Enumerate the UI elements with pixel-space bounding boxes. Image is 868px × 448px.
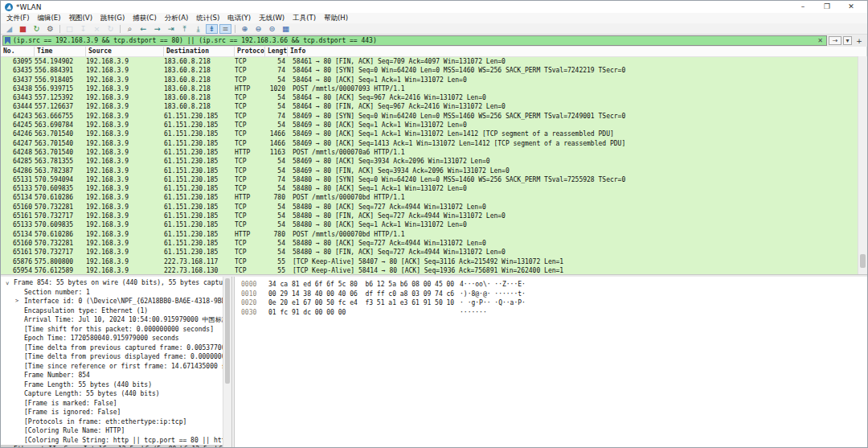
packet-row[interactable]: 65133570.609835192.168.3.961.151.230.185…	[1, 184, 867, 193]
detail-line[interactable]: [Time shift for this packet: 0.000000000…	[1, 325, 223, 335]
menu-help[interactable]: 帮助(H)	[320, 13, 352, 23]
packet-row[interactable]: 63435556.884391192.168.3.9183.60.8.218TC…	[1, 66, 867, 75]
expander-icon[interactable]: >	[2, 282, 12, 285]
detail-line[interactable]: [Protocols in frame: eth:ethertype:ip:tc…	[1, 417, 223, 427]
close-file-icon[interactable]: ×	[91, 24, 103, 34]
menu-analyze[interactable]: 分析(A)	[161, 13, 192, 23]
detail-line[interactable]: Frame Length: 55 bytes (440 bits)	[1, 380, 223, 390]
zoom-out-icon[interactable]: ⊖	[252, 24, 264, 34]
packet-row[interactable]: 63095554.194902192.168.3.9183.60.8.218TC…	[1, 57, 867, 66]
packet-row[interactable]: 65876575.800800192.168.3.9222.73.168.117…	[1, 257, 867, 266]
packet-row[interactable]: 65133570.609835192.168.3.961.151.230.185…	[1, 220, 867, 229]
menu-file[interactable]: 文件(F)	[2, 13, 34, 23]
packet-row[interactable]: 64246563.701540192.168.3.961.151.230.185…	[1, 129, 867, 138]
detail-line[interactable]: [Coloring Rule Name: HTTP]	[1, 426, 223, 436]
detail-line[interactable]: [Frame is ignored: False]	[1, 408, 223, 417]
column-header-time[interactable]: Time	[35, 47, 86, 56]
expander-icon[interactable]: >	[5, 445, 8, 447]
column-header-src[interactable]: Source	[86, 47, 164, 56]
packet-row[interactable]: 65134570.610286192.168.3.961.151.230.185…	[1, 230, 867, 239]
packet-row[interactable]: 63443557.125392192.168.3.9183.60.8.218TC…	[1, 93, 867, 102]
menu-view[interactable]: 视图(V)	[65, 13, 96, 23]
details-scrollbar-thumb[interactable]	[225, 278, 230, 384]
filter-add-button[interactable]: +	[854, 37, 865, 45]
column-header-proto[interactable]: Protocol	[235, 47, 265, 56]
hex-row[interactable]: 001000 29 14 38 40 00 40 06 df ff c0 a8 …	[241, 290, 867, 299]
column-header-len[interactable]: Length	[265, 47, 288, 56]
display-filter-input[interactable]: (ip.src == 192.168.3.9 && tcp.dstport ==…	[2, 35, 827, 46]
packet-row[interactable]: 64243563.666755192.168.3.961.151.230.185…	[1, 112, 867, 121]
packet-row[interactable]: 65134570.610286192.168.3.961.151.230.185…	[1, 193, 867, 202]
filter-clear-icon[interactable]: ✕	[816, 37, 825, 44]
menu-statistics[interactable]: 统计(S)	[192, 13, 223, 23]
packet-row[interactable]: 65131570.594094192.168.3.961.151.230.185…	[1, 175, 867, 184]
hex-row[interactable]: 00200e 20 e1 67 00 50 fc e4 f3 51 a1 e3 …	[241, 298, 867, 308]
reload-file-icon[interactable]: ↻	[104, 24, 117, 34]
start-capture-icon[interactable]: ◢	[3, 24, 15, 34]
menu-telephony[interactable]: 电话(Y)	[223, 13, 255, 23]
detail-line[interactable]: [Coloring Rule String: http || tcp.port …	[1, 436, 223, 446]
restart-capture-icon[interactable]: ↻	[31, 24, 43, 34]
packet-row[interactable]: 64248563.701540192.168.3.961.151.230.185…	[1, 148, 867, 157]
packet-row[interactable]: 65160570.732281192.168.3.961.151.230.185…	[1, 239, 867, 248]
maximize-button[interactable]: ❐	[815, 1, 839, 13]
go-back-icon[interactable]: ←	[137, 24, 149, 34]
resize-columns-icon[interactable]: ▦	[280, 24, 292, 34]
menu-go[interactable]: 跳转(G)	[96, 13, 129, 23]
minimize-button[interactable]: –	[791, 1, 815, 13]
packet-row[interactable]: 65160570.732281192.168.3.961.151.230.185…	[1, 203, 867, 212]
stop-capture-icon[interactable]: ■	[17, 24, 29, 34]
detail-line[interactable]: Capture Length: 55 bytes (440 bits)	[1, 389, 223, 399]
detail-line[interactable]: >Ethernet II, Src: IntelCor_12:5a:b6 (5c…	[1, 445, 223, 447]
detail-line[interactable]: [Time delta from previous captured frame…	[1, 343, 223, 353]
hex-row[interactable]: 000034 ca 81 ed 6f 6f 5c 80 b6 12 5a b6 …	[241, 280, 867, 290]
menu-wireless[interactable]: 无线(W)	[255, 13, 289, 23]
packet-row[interactable]: 65954576.612589192.168.3.9222.73.168.130…	[1, 266, 867, 274]
packet-list-scrollbar[interactable]	[858, 56, 867, 274]
open-file-icon[interactable]: □	[63, 24, 76, 34]
expander-icon[interactable]: >	[15, 297, 18, 306]
filter-bookmark-icon[interactable]	[5, 37, 10, 44]
packet-row[interactable]: 63444557.126637192.168.3.9183.60.8.218TC…	[1, 102, 867, 111]
go-to-packet-icon[interactable]: ⇥	[165, 24, 177, 34]
detail-line[interactable]: Epoch Time: 1720580040.915979000 seconds	[1, 334, 223, 343]
detail-line[interactable]: Section number: 1	[1, 288, 223, 298]
column-header-no[interactable]: No.	[1, 47, 35, 56]
menu-edit[interactable]: 编辑(E)	[34, 13, 65, 23]
packet-row[interactable]: 64286563.782387192.168.3.961.151.230.185…	[1, 166, 867, 175]
details-scrollbar[interactable]	[223, 277, 231, 447]
zoom-in-icon[interactable]: ⊕	[239, 24, 251, 34]
capture-options-icon[interactable]: ⚙	[44, 24, 56, 34]
packet-row[interactable]: 65161570.732717192.168.3.961.151.230.185…	[1, 248, 867, 257]
packet-row[interactable]: 64247563.701540192.168.3.961.151.230.185…	[1, 139, 867, 148]
detail-line[interactable]: [Time since reference or first frame: 14…	[1, 362, 223, 372]
menu-capture[interactable]: 捕获(C)	[129, 13, 161, 23]
detail-line[interactable]: >Interface id: 0 (\Device\NPF_{62A18BB0-…	[1, 297, 223, 306]
hex-row[interactable]: 003001 fc 91 dc 00 00 00·······	[241, 308, 867, 318]
zoom-reset-icon[interactable]: ⊜	[266, 24, 278, 34]
detail-line[interactable]: [Frame is marked: False]	[1, 399, 223, 409]
menu-tools[interactable]: 工具(T)	[289, 13, 320, 23]
go-forward-icon[interactable]: →	[151, 24, 163, 34]
packet-row[interactable]: 64245563.690784192.168.3.961.151.230.185…	[1, 121, 867, 129]
detail-line[interactable]: [Time delta from previous displayed fram…	[1, 352, 223, 362]
colorize-icon[interactable]: ≡	[219, 24, 231, 34]
save-file-icon[interactable]: ↧	[77, 24, 89, 34]
go-first-packet-icon[interactable]: ⤒	[178, 24, 190, 34]
go-last-packet-icon[interactable]: ⤓	[192, 24, 204, 34]
column-header-dst[interactable]: Destination	[164, 47, 235, 56]
packet-list-scrollbar-thumb[interactable]	[860, 254, 866, 268]
filter-dropdown-button[interactable]: ▾	[843, 36, 852, 45]
find-packet-icon[interactable]: ⌕	[124, 24, 136, 34]
filter-apply-button[interactable]: →	[829, 36, 841, 45]
auto-scroll-icon[interactable]: ⇟	[206, 24, 218, 34]
packet-row[interactable]: 65161570.732717192.168.3.961.151.230.185…	[1, 212, 867, 220]
packet-row[interactable]: 63437556.918405192.168.3.9183.60.8.218TC…	[1, 76, 867, 84]
detail-line[interactable]: >Frame 854: 55 bytes on wire (440 bits),…	[1, 278, 223, 288]
column-header-info[interactable]: Info	[288, 47, 867, 56]
packet-row[interactable]: 63438556.939715192.168.3.9183.60.8.218HT…	[1, 84, 867, 93]
detail-line[interactable]: Arrival Time: Jul 10, 2024 10:54:00.9159…	[1, 315, 223, 325]
detail-line[interactable]: Frame Number: 854	[1, 371, 223, 380]
detail-line[interactable]: Encapsulation type: Ethernet (1)	[1, 306, 223, 316]
close-button[interactable]: ✕	[839, 1, 863, 13]
